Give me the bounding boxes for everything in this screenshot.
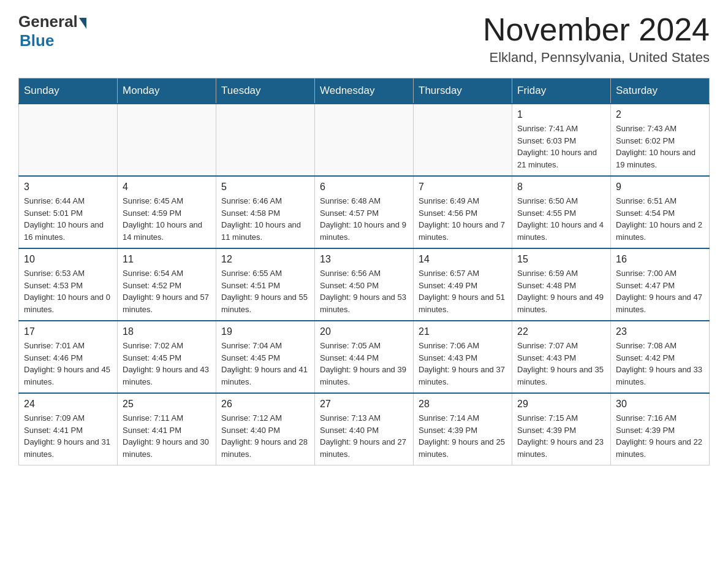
day-number: 13	[320, 254, 408, 265]
day-info: Sunrise: 7:41 AMSunset: 6:03 PMDaylight:…	[517, 123, 605, 170]
calendar-cell: 16Sunrise: 7:00 AMSunset: 4:47 PMDayligh…	[611, 248, 710, 321]
day-number: 14	[419, 254, 507, 265]
calendar-cell: 21Sunrise: 7:06 AMSunset: 4:43 PMDayligh…	[414, 321, 512, 393]
calendar-cell: 30Sunrise: 7:16 AMSunset: 4:39 PMDayligh…	[611, 393, 710, 465]
week-row-1: 1Sunrise: 7:41 AMSunset: 6:03 PMDaylight…	[19, 104, 710, 176]
calendar-cell: 6Sunrise: 6:48 AMSunset: 4:57 PMDaylight…	[315, 176, 414, 248]
weekday-header-thursday: Thursday	[414, 79, 512, 104]
calendar-cell: 10Sunrise: 6:53 AMSunset: 4:53 PMDayligh…	[19, 248, 118, 321]
day-info: Sunrise: 6:55 AMSunset: 4:51 PMDaylight:…	[221, 267, 309, 315]
day-number: 16	[616, 254, 704, 265]
title-section: November 2024 Elkland, Pennsylvania, Uni…	[483, 12, 710, 66]
day-info: Sunrise: 6:57 AMSunset: 4:49 PMDaylight:…	[419, 267, 507, 315]
logo: General Blue	[18, 12, 86, 50]
calendar-cell	[118, 104, 216, 176]
day-info: Sunrise: 7:13 AMSunset: 4:40 PMDaylight:…	[320, 412, 408, 460]
calendar-cell	[19, 104, 118, 176]
logo-general-text: General	[18, 12, 78, 31]
day-info: Sunrise: 6:50 AMSunset: 4:55 PMDaylight:…	[517, 195, 605, 243]
calendar-header-row: SundayMondayTuesdayWednesdayThursdayFrid…	[19, 79, 710, 104]
day-info: Sunrise: 7:06 AMSunset: 4:43 PMDaylight:…	[419, 340, 507, 388]
day-info: Sunrise: 6:51 AMSunset: 4:54 PMDaylight:…	[616, 195, 704, 243]
day-number: 19	[221, 326, 309, 337]
calendar-cell: 18Sunrise: 7:02 AMSunset: 4:45 PMDayligh…	[118, 321, 216, 393]
day-number: 17	[24, 326, 112, 337]
day-info: Sunrise: 7:11 AMSunset: 4:41 PMDaylight:…	[123, 412, 211, 460]
calendar-cell: 4Sunrise: 6:45 AMSunset: 4:59 PMDaylight…	[118, 176, 216, 248]
calendar-cell: 24Sunrise: 7:09 AMSunset: 4:41 PMDayligh…	[19, 393, 118, 465]
day-info: Sunrise: 7:01 AMSunset: 4:46 PMDaylight:…	[24, 340, 112, 388]
week-row-4: 17Sunrise: 7:01 AMSunset: 4:46 PMDayligh…	[19, 321, 710, 393]
calendar-cell	[414, 104, 512, 176]
calendar-cell: 28Sunrise: 7:14 AMSunset: 4:39 PMDayligh…	[414, 393, 512, 465]
calendar-cell: 25Sunrise: 7:11 AMSunset: 4:41 PMDayligh…	[118, 393, 216, 465]
calendar-cell: 1Sunrise: 7:41 AMSunset: 6:03 PMDaylight…	[512, 104, 611, 176]
day-number: 3	[24, 182, 112, 193]
calendar-cell: 13Sunrise: 6:56 AMSunset: 4:50 PMDayligh…	[315, 248, 414, 321]
day-number: 21	[419, 326, 507, 337]
calendar-cell: 2Sunrise: 7:43 AMSunset: 6:02 PMDaylight…	[611, 104, 710, 176]
day-number: 15	[517, 254, 605, 265]
day-number: 26	[221, 399, 309, 410]
day-number: 29	[517, 399, 605, 410]
day-info: Sunrise: 7:09 AMSunset: 4:41 PMDaylight:…	[24, 412, 112, 460]
day-info: Sunrise: 7:43 AMSunset: 6:02 PMDaylight:…	[616, 123, 704, 170]
calendar-cell: 5Sunrise: 6:46 AMSunset: 4:58 PMDaylight…	[216, 176, 315, 248]
day-info: Sunrise: 6:46 AMSunset: 4:58 PMDaylight:…	[221, 195, 309, 243]
day-number: 8	[517, 182, 605, 193]
calendar-cell: 3Sunrise: 6:44 AMSunset: 5:01 PMDaylight…	[19, 176, 118, 248]
day-number: 5	[221, 182, 309, 193]
day-number: 18	[123, 326, 211, 337]
calendar-cell: 7Sunrise: 6:49 AMSunset: 4:56 PMDaylight…	[414, 176, 512, 248]
day-info: Sunrise: 6:49 AMSunset: 4:56 PMDaylight:…	[419, 195, 507, 243]
day-number: 2	[616, 109, 704, 120]
logo-blue-text: Blue	[20, 31, 54, 50]
weekday-header-wednesday: Wednesday	[315, 79, 414, 104]
calendar-cell	[216, 104, 315, 176]
day-info: Sunrise: 7:08 AMSunset: 4:42 PMDaylight:…	[616, 340, 704, 388]
day-info: Sunrise: 7:07 AMSunset: 4:43 PMDaylight:…	[517, 340, 605, 388]
day-info: Sunrise: 7:04 AMSunset: 4:45 PMDaylight:…	[221, 340, 309, 388]
day-number: 9	[616, 182, 704, 193]
day-info: Sunrise: 6:53 AMSunset: 4:53 PMDaylight:…	[24, 267, 112, 315]
week-row-2: 3Sunrise: 6:44 AMSunset: 5:01 PMDaylight…	[19, 176, 710, 248]
day-number: 27	[320, 399, 408, 410]
calendar-cell: 29Sunrise: 7:15 AMSunset: 4:39 PMDayligh…	[512, 393, 611, 465]
page-header: General Blue November 2024 Elkland, Penn…	[18, 12, 710, 66]
month-title: November 2024	[483, 12, 710, 47]
day-info: Sunrise: 6:44 AMSunset: 5:01 PMDaylight:…	[24, 195, 112, 243]
calendar-table: SundayMondayTuesdayWednesdayThursdayFrid…	[18, 78, 710, 465]
day-info: Sunrise: 7:16 AMSunset: 4:39 PMDaylight:…	[616, 412, 704, 460]
weekday-header-monday: Monday	[118, 79, 216, 104]
calendar-cell: 14Sunrise: 6:57 AMSunset: 4:49 PMDayligh…	[414, 248, 512, 321]
calendar-cell: 12Sunrise: 6:55 AMSunset: 4:51 PMDayligh…	[216, 248, 315, 321]
day-info: Sunrise: 6:45 AMSunset: 4:59 PMDaylight:…	[123, 195, 211, 243]
day-info: Sunrise: 7:00 AMSunset: 4:47 PMDaylight:…	[616, 267, 704, 315]
day-number: 25	[123, 399, 211, 410]
logo-arrow-icon	[79, 18, 86, 29]
day-info: Sunrise: 6:48 AMSunset: 4:57 PMDaylight:…	[320, 195, 408, 243]
calendar-cell: 15Sunrise: 6:59 AMSunset: 4:48 PMDayligh…	[512, 248, 611, 321]
calendar-cell: 20Sunrise: 7:05 AMSunset: 4:44 PMDayligh…	[315, 321, 414, 393]
day-number: 23	[616, 326, 704, 337]
weekday-header-tuesday: Tuesday	[216, 79, 315, 104]
calendar-cell: 27Sunrise: 7:13 AMSunset: 4:40 PMDayligh…	[315, 393, 414, 465]
day-number: 28	[419, 399, 507, 410]
weekday-header-sunday: Sunday	[19, 79, 118, 104]
day-info: Sunrise: 7:12 AMSunset: 4:40 PMDaylight:…	[221, 412, 309, 460]
day-number: 1	[517, 109, 605, 120]
day-info: Sunrise: 6:54 AMSunset: 4:52 PMDaylight:…	[123, 267, 211, 315]
calendar-cell: 17Sunrise: 7:01 AMSunset: 4:46 PMDayligh…	[19, 321, 118, 393]
day-number: 22	[517, 326, 605, 337]
weekday-header-saturday: Saturday	[611, 79, 710, 104]
week-row-3: 10Sunrise: 6:53 AMSunset: 4:53 PMDayligh…	[19, 248, 710, 321]
calendar-cell: 19Sunrise: 7:04 AMSunset: 4:45 PMDayligh…	[216, 321, 315, 393]
day-number: 30	[616, 399, 704, 410]
weekday-header-friday: Friday	[512, 79, 611, 104]
day-info: Sunrise: 6:56 AMSunset: 4:50 PMDaylight:…	[320, 267, 408, 315]
day-info: Sunrise: 7:05 AMSunset: 4:44 PMDaylight:…	[320, 340, 408, 388]
day-number: 10	[24, 254, 112, 265]
calendar-cell: 8Sunrise: 6:50 AMSunset: 4:55 PMDaylight…	[512, 176, 611, 248]
calendar-cell: 9Sunrise: 6:51 AMSunset: 4:54 PMDaylight…	[611, 176, 710, 248]
week-row-5: 24Sunrise: 7:09 AMSunset: 4:41 PMDayligh…	[19, 393, 710, 465]
